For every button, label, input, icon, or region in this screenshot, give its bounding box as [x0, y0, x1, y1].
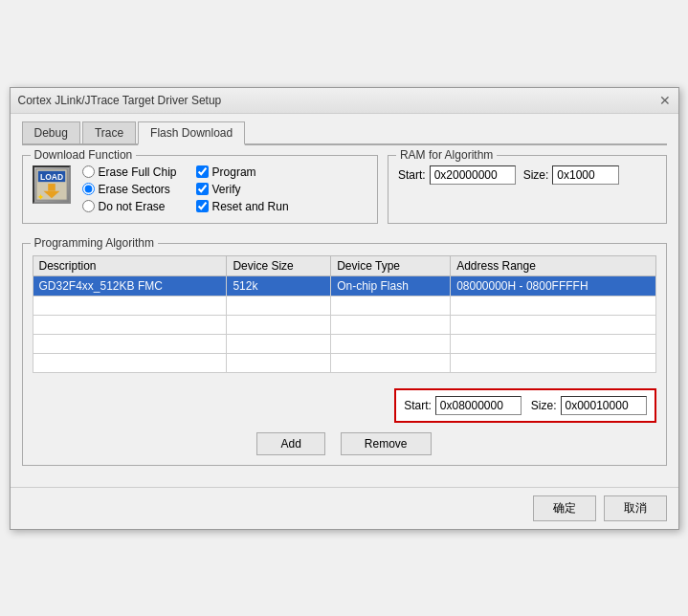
svg-rect-3	[48, 184, 55, 191]
table-empty-row-2	[33, 315, 655, 334]
col-description: Description	[33, 255, 227, 275]
checkbox-program-input[interactable]	[196, 165, 209, 178]
load-svg: LOAD ✦	[33, 167, 70, 202]
tab-trace[interactable]: Trace	[82, 121, 136, 143]
algo-start-label: Start:	[404, 399, 432, 412]
algo-start-field: Start:	[404, 396, 522, 415]
algo-size-label: Size:	[531, 399, 557, 412]
top-section: Download Function LOAD	[22, 155, 667, 233]
title-bar: Cortex JLink/JTrace Target Driver Setup …	[11, 88, 678, 114]
start-size-wrapper: Start: Size:	[33, 381, 656, 423]
radio-erase-full-chip-label: Erase Full Chip	[99, 165, 177, 179]
algo-table-header: Description Device Size Device Type Addr…	[33, 255, 655, 275]
col-device-type: Device Type	[331, 255, 451, 275]
close-button[interactable]: ✕	[659, 94, 671, 107]
download-function-group: Download Function LOAD	[22, 155, 378, 224]
prog-algo-content: Description Device Size Device Type Addr…	[33, 250, 656, 455]
checkbox-program-label: Program	[212, 165, 256, 179]
radio-do-not-erase-input[interactable]	[82, 200, 95, 212]
ram-start-field: Start:	[398, 165, 516, 185]
radio-erase-sectors-label: Erase Sectors	[99, 183, 170, 196]
add-button[interactable]: Add	[256, 432, 324, 455]
checkbox-reset-run[interactable]: Reset and Run	[196, 200, 289, 213]
checkbox-group: Program Verify Reset and Run	[196, 165, 289, 213]
programming-algorithm-legend: Programming Algorithm	[31, 236, 158, 250]
checkbox-verify-label: Verify	[212, 183, 241, 196]
ram-start-input[interactable]	[430, 165, 516, 185]
checkbox-program[interactable]: Program	[196, 165, 289, 179]
cell-device-size: 512k	[227, 275, 331, 296]
ram-start-label: Start:	[398, 168, 426, 182]
ram-size-label: Size:	[523, 168, 549, 182]
table-empty-row-1	[33, 296, 655, 315]
checkbox-reset-run-input[interactable]	[196, 200, 209, 212]
checkbox-verify[interactable]: Verify	[196, 183, 289, 196]
checkbox-verify-input[interactable]	[196, 183, 209, 195]
cell-description: GD32F4xx_512KB FMC	[33, 275, 227, 296]
download-function-legend: Download Function	[31, 148, 137, 162]
main-window: Cortex JLink/JTrace Target Driver Setup …	[10, 87, 679, 530]
load-icon: LOAD ✦	[33, 165, 71, 204]
algo-table-header-row: Description Device Size Device Type Addr…	[33, 255, 655, 275]
ram-algorithm-legend: RAM for Algorithm	[396, 148, 497, 162]
tab-debug[interactable]: Debug	[22, 121, 80, 143]
table-row[interactable]: GD32F4xx_512KB FMC 512k On-chip Flash 08…	[33, 275, 655, 296]
svg-text:✦: ✦	[36, 193, 43, 202]
radio-erase-full-chip-input[interactable]	[82, 165, 95, 178]
table-empty-row-3	[33, 334, 655, 353]
algo-buttons-row: Add Remove	[33, 432, 656, 455]
col-address-range: Address Range	[451, 255, 655, 275]
algo-table: Description Device Size Device Type Addr…	[33, 255, 656, 373]
radio-do-not-erase-label: Do not Erase	[99, 200, 166, 213]
window-content: Debug Trace Flash Download Download Func…	[11, 114, 678, 487]
download-function-content: LOAD ✦ Erase Full Chip	[33, 162, 367, 213]
table-empty-row-4	[33, 353, 655, 372]
window-title: Cortex JLink/JTrace Target Driver Setup	[18, 94, 222, 107]
radio-group: Erase Full Chip Erase Sectors Do not Era…	[82, 165, 177, 213]
bottom-bar: 确定 取消	[11, 487, 678, 529]
algo-size-input[interactable]	[561, 396, 647, 415]
checkbox-reset-run-label: Reset and Run	[212, 200, 289, 213]
algo-size-field: Size:	[531, 396, 647, 415]
ram-section-inner: Start: Size:	[398, 162, 656, 185]
tab-bar: Debug Trace Flash Download	[22, 121, 667, 145]
radio-erase-sectors[interactable]: Erase Sectors	[82, 183, 177, 196]
radio-do-not-erase[interactable]: Do not Erase	[82, 200, 177, 213]
ram-size-input[interactable]	[552, 165, 619, 185]
cell-device-type: On-chip Flash	[331, 275, 451, 296]
ram-algorithm-group: RAM for Algorithm Start: Size:	[388, 155, 667, 224]
cancel-button[interactable]: 取消	[604, 495, 667, 521]
start-size-row: Start: Size:	[394, 388, 655, 423]
ram-size-field: Size:	[523, 165, 620, 185]
cell-address-range: 08000000H - 0800FFFFH	[451, 275, 655, 296]
remove-button[interactable]: Remove	[341, 432, 432, 455]
radio-erase-full-chip[interactable]: Erase Full Chip	[82, 165, 177, 179]
col-device-size: Device Size	[227, 255, 331, 275]
ok-button[interactable]: 确定	[533, 495, 596, 521]
radio-erase-sectors-input[interactable]	[82, 183, 95, 195]
algo-start-input[interactable]	[435, 396, 522, 415]
tab-flash-download[interactable]: Flash Download	[138, 121, 245, 145]
svg-text:LOAD: LOAD	[39, 172, 62, 182]
algo-table-body: GD32F4xx_512KB FMC 512k On-chip Flash 08…	[33, 275, 655, 372]
programming-algorithm-group: Programming Algorithm Description Device…	[22, 243, 667, 466]
